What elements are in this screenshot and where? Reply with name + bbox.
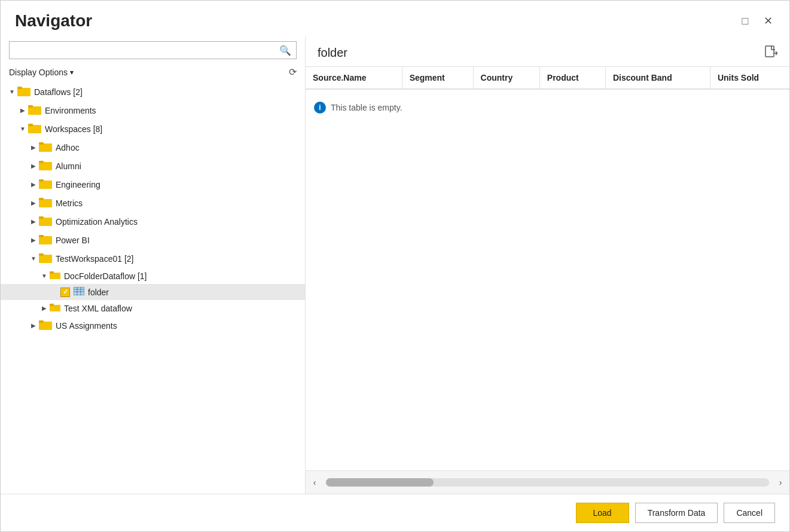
maximize-button[interactable]: □ (738, 14, 752, 28)
arrow-icon: ▼ (7, 88, 17, 95)
arrow-icon: ▶ (28, 237, 39, 243)
svg-rect-23 (74, 287, 84, 295)
search-button[interactable]: 🔍 (274, 42, 296, 59)
arrow-icon: ▶ (28, 163, 39, 169)
col-units-sold: Units Sold (710, 67, 789, 89)
export-icon (764, 45, 777, 58)
folder-icon (39, 178, 52, 191)
scroll-left-button[interactable]: ‹ (306, 473, 324, 491)
col-product: Product (539, 67, 605, 89)
svg-rect-14 (39, 198, 44, 200)
scroll-track[interactable] (326, 478, 769, 487)
svg-rect-9 (39, 162, 52, 170)
svg-rect-10 (39, 161, 44, 163)
arrow-icon: ▼ (17, 126, 28, 132)
arrow-icon: ▶ (28, 200, 39, 206)
svg-rect-7 (39, 143, 52, 152)
navigator-dialog: Navigator □ ✕ 🔍 Display Options ▾ ⟳ (0, 0, 790, 532)
svg-rect-16 (39, 216, 44, 219)
display-options-row: Display Options ▾ ⟳ (1, 64, 305, 82)
svg-rect-6 (28, 124, 33, 126)
checkbox-checked-icon: ✓ (60, 288, 70, 297)
svg-rect-17 (39, 236, 52, 244)
data-table: Source.Name Segment Country Product Disc… (306, 67, 789, 126)
title-bar: Navigator □ ✕ (1, 1, 789, 36)
chevron-down-icon: ▾ (70, 68, 74, 77)
bottom-bar: Load Transform Data Cancel (1, 494, 789, 531)
info-icon: i (314, 102, 326, 114)
arrow-icon: ▼ (28, 255, 39, 262)
svg-rect-8 (39, 142, 44, 145)
right-panel: folder Source.Name Segment (306, 36, 789, 494)
empty-message: i This table is empty. (306, 90, 789, 126)
tree-item-label: Adhoc (56, 143, 80, 152)
tree-item-powerbi[interactable]: ▶ Power BI (1, 231, 305, 249)
svg-rect-18 (39, 235, 44, 237)
arrow-icon: ▶ (17, 107, 28, 114)
folder-icon (39, 160, 52, 172)
folder-icon (28, 123, 41, 135)
cancel-button[interactable]: Cancel (724, 503, 775, 523)
svg-rect-5 (28, 125, 41, 133)
folder-icon (39, 197, 52, 209)
tree-item-dataflows[interactable]: ▼ Dataflows [2] (1, 82, 305, 101)
arrow-icon: ▶ (28, 144, 39, 151)
tree-item-label: Workspaces [8] (45, 124, 102, 134)
tree-item-label: DocFolderDataflow [1] (64, 271, 147, 281)
tree-item-label: Engineering (56, 180, 100, 189)
tree-item-alumni[interactable]: ▶ Alumni (1, 157, 305, 175)
folder-icon (39, 234, 52, 246)
checkbox-area: ✓ (60, 288, 70, 297)
tree-item-label: folder (88, 288, 109, 297)
export-icon-button[interactable] (764, 45, 777, 60)
col-country: Country (473, 67, 539, 89)
svg-rect-12 (39, 179, 44, 182)
empty-cell: i This table is empty. (306, 89, 789, 126)
tree-item-test-xml-dataflow[interactable]: ▶ Test XML dataflow (1, 300, 305, 316)
svg-rect-31 (39, 322, 52, 330)
close-button[interactable]: ✕ (761, 14, 775, 28)
tree-item-us-assignments[interactable]: ▶ US Assignments (1, 316, 305, 335)
svg-rect-19 (39, 255, 52, 263)
arrow-icon: ▼ (39, 273, 50, 279)
tree-item-workspaces[interactable]: ▼ Workspaces [8] (1, 120, 305, 138)
svg-rect-30 (50, 304, 54, 306)
table-body: i This table is empty. (306, 89, 789, 126)
empty-message-row: i This table is empty. (306, 89, 789, 126)
tree-item-label: US Assignments (56, 321, 117, 331)
folder-icon (39, 141, 52, 154)
display-options-label: Display Options (9, 68, 68, 77)
display-options-button[interactable]: Display Options ▾ (9, 68, 74, 77)
tree-item-environments[interactable]: ▶ Environments (1, 101, 305, 120)
title-bar-controls: □ ✕ (738, 14, 775, 28)
tree-item-folder[interactable]: ✓ folder (1, 284, 305, 300)
right-header: folder (306, 36, 789, 67)
scroll-thumb (326, 478, 434, 487)
dialog-title: Navigator (15, 11, 92, 30)
tree-item-label: Power BI (56, 236, 90, 245)
tree-item-optimization-analytics[interactable]: ▶ Optimization Analytics (1, 212, 305, 231)
table-container: Source.Name Segment Country Product Disc… (306, 67, 789, 470)
svg-rect-11 (39, 181, 52, 189)
search-input[interactable] (10, 42, 274, 59)
svg-rect-32 (39, 320, 44, 323)
tree-item-adhoc[interactable]: ▶ Adhoc (1, 138, 305, 157)
scroll-right-button[interactable]: › (771, 473, 789, 491)
transform-data-button[interactable]: Transform Data (635, 503, 718, 523)
table-icon (74, 287, 84, 297)
svg-rect-20 (39, 253, 44, 256)
folder-icon (39, 215, 52, 228)
tree-item-engineering[interactable]: ▶ Engineering (1, 175, 305, 194)
svg-rect-15 (39, 218, 52, 226)
refresh-button[interactable]: ⟳ (289, 66, 297, 78)
svg-rect-13 (39, 199, 52, 207)
tree-item-label: Metrics (56, 198, 83, 208)
arrow-icon: ▶ (28, 181, 39, 188)
svg-rect-4 (28, 105, 33, 108)
tree-item-metrics[interactable]: ▶ Metrics (1, 194, 305, 212)
load-button[interactable]: Load (576, 503, 629, 523)
svg-rect-33 (765, 46, 774, 57)
arrow-icon: ▶ (28, 218, 39, 225)
tree-item-testworkspace01[interactable]: ▼ TestWorkspace01 [2] (1, 249, 305, 268)
tree-item-docfolderdataflow[interactable]: ▼ DocFolderDataflow [1] (1, 268, 305, 284)
